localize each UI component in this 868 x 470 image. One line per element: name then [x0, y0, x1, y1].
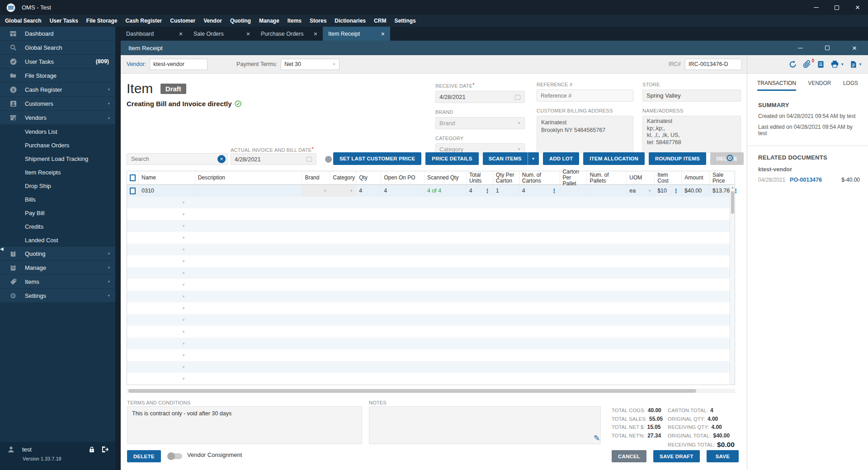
- price-details-button[interactable]: PRICE DETAILS: [425, 152, 478, 165]
- sidebar-item-settings[interactable]: ⚙ Settings ▾: [0, 289, 115, 302]
- table-row-empty[interactable]: ▼: [127, 291, 735, 302]
- cell-qty-per-carton[interactable]: 1: [493, 185, 519, 197]
- menu-settings[interactable]: Settings: [390, 15, 420, 27]
- menu-manage[interactable]: Manage: [255, 15, 283, 27]
- lock-icon[interactable]: [89, 446, 95, 453]
- roundup-items-button[interactable]: ROUNDUP ITEMS: [649, 152, 706, 165]
- item-select-caret-icon[interactable]: ▼: [182, 365, 185, 369]
- sidebar-item-drop-ship[interactable]: Drop Ship: [0, 179, 115, 193]
- table-vertical-scrollbar[interactable]: ▲: [730, 185, 735, 385]
- sidebar-item-file-storage[interactable]: File Storage: [0, 69, 115, 82]
- mdi-minimize-button[interactable]: [787, 41, 814, 55]
- kebab-menu-icon[interactable]: ⋮: [673, 188, 679, 194]
- export-document-icon[interactable]: ▼: [850, 60, 862, 69]
- receipt-list-icon[interactable]: [817, 60, 825, 69]
- set-last-customer-price-button[interactable]: SET LAST CUSTOMER PRICE: [333, 152, 421, 165]
- table-row-empty[interactable]: ▼: [127, 302, 735, 314]
- tab-transaction[interactable]: TRANSACTION: [757, 80, 796, 91]
- related-document-link[interactable]: PO-0013476: [790, 177, 822, 183]
- scrollbar-thumb[interactable]: [731, 191, 734, 214]
- mdi-close-button[interactable]: ×: [841, 41, 868, 55]
- sidebar-item-item-receipts[interactable]: Item Receipts: [0, 165, 115, 179]
- sidebar-item-manage[interactable]: Manage ▾: [0, 261, 115, 274]
- tab-close-icon[interactable]: ×: [314, 30, 317, 38]
- tab-close-icon[interactable]: ×: [246, 30, 250, 38]
- notes-textarea[interactable]: [369, 406, 601, 444]
- item-select-caret-icon[interactable]: ▼: [182, 271, 185, 275]
- vendor-consignment-toggle[interactable]: [168, 453, 182, 459]
- tab-vendor[interactable]: VENDOR: [808, 80, 831, 91]
- brand-select[interactable]: Brand ▼: [435, 117, 525, 129]
- item-select-caret-icon[interactable]: ▼: [182, 259, 185, 263]
- item-select-caret-icon[interactable]: ▼: [182, 212, 185, 216]
- item-select-caret-icon[interactable]: ▼: [182, 330, 185, 334]
- menu-stores[interactable]: Stores: [306, 15, 330, 27]
- cell-uom-select[interactable]: ea▼: [627, 185, 655, 197]
- item-select-caret-icon[interactable]: ▼: [182, 283, 185, 287]
- item-select-caret-icon[interactable]: ▼: [182, 236, 185, 240]
- table-row-empty[interactable]: ▼: [127, 314, 735, 326]
- cell-total-units[interactable]: 4⋮: [467, 185, 493, 197]
- window-minimize-button[interactable]: [806, 0, 826, 15]
- item-select-caret-icon[interactable]: ▼: [182, 224, 185, 228]
- table-row-empty[interactable]: ▼: [127, 267, 735, 279]
- search-input[interactable]: [127, 153, 228, 165]
- item-allocation-button[interactable]: ITEM ALLOCATION: [583, 152, 645, 165]
- sidebar-item-dashboard[interactable]: Dashboard: [0, 27, 115, 40]
- row-checkbox[interactable]: [130, 188, 136, 194]
- menu-user-tasks[interactable]: User Tasks: [46, 15, 82, 27]
- sidebar-item-items[interactable]: Items ▾: [0, 275, 115, 288]
- cell-num-of-cartons[interactable]: 4⋮: [519, 185, 560, 197]
- item-select-caret-icon[interactable]: ▼: [182, 248, 185, 252]
- menu-items[interactable]: Items: [283, 15, 306, 27]
- item-select-caret-icon[interactable]: ▼: [182, 295, 185, 299]
- item-select-caret-icon[interactable]: ▼: [182, 353, 185, 357]
- sidebar-item-vendors-list[interactable]: Vendors List: [0, 125, 115, 138]
- table-row[interactable]: 0310 ▼ ▼ 4 4 4 of 4 4⋮ 1 4⋮ ea▼ $10⋮ $40…: [127, 185, 735, 197]
- menu-vendor[interactable]: Vendor: [199, 15, 226, 27]
- window-close-button[interactable]: ×: [847, 0, 868, 15]
- table-row-empty[interactable]: ▼: [127, 232, 735, 244]
- menu-cash-register[interactable]: Cash Register: [122, 15, 166, 27]
- scroll-up-icon[interactable]: ▲: [731, 186, 734, 189]
- item-select-caret-icon[interactable]: ▼: [182, 342, 185, 346]
- add-lot-button[interactable]: ADD LOT: [543, 152, 580, 165]
- menu-crm[interactable]: CRM: [370, 15, 390, 27]
- sidebar-item-global-search[interactable]: Global Search: [0, 41, 115, 54]
- table-row-empty[interactable]: ▼: [127, 220, 735, 232]
- item-select-caret-icon[interactable]: ▼: [182, 201, 185, 205]
- table-row-empty[interactable]: ▼: [127, 208, 735, 220]
- sidebar-collapse-icon[interactable]: ◀: [0, 246, 4, 251]
- cell-item-cost[interactable]: $10⋮: [655, 185, 682, 197]
- table-row-empty[interactable]: ▼: [127, 338, 735, 349]
- sidebar-item-credits[interactable]: Credits: [0, 220, 115, 233]
- edit-pencil-icon[interactable]: ✎: [594, 433, 600, 443]
- receive-date-input[interactable]: 4/28/2021: [435, 91, 525, 103]
- delete-button[interactable]: DELETE: [127, 450, 161, 462]
- reference-input[interactable]: [537, 89, 633, 102]
- table-row-empty[interactable]: ▼: [127, 255, 735, 267]
- cell-category-select[interactable]: ▼: [330, 185, 356, 197]
- tab-sale-orders[interactable]: Sale Orders ×: [188, 27, 255, 41]
- sidebar-item-vendors[interactable]: Vendors ▴: [0, 111, 115, 124]
- save-button[interactable]: SAVE: [707, 450, 739, 462]
- sidebar-item-shipment-load-tracking[interactable]: Shipment Load Tracking: [0, 152, 115, 165]
- menu-file-storage[interactable]: File Storage: [82, 15, 122, 27]
- sidebar-item-customers[interactable]: Customers ▾: [0, 97, 115, 110]
- tab-logs[interactable]: LOGS: [843, 80, 858, 91]
- select-all-checkbox[interactable]: [130, 174, 136, 181]
- print-icon[interactable]: ▼: [830, 60, 844, 68]
- menu-customer[interactable]: Customer: [166, 15, 199, 27]
- tab-close-icon[interactable]: ×: [179, 30, 183, 38]
- sidebar-item-purchase-orders[interactable]: Purchase Orders: [0, 138, 115, 152]
- sidebar-item-bills[interactable]: Bills: [0, 193, 115, 206]
- cell-name[interactable]: 0310: [139, 185, 195, 197]
- sidebar-item-landed-cost[interactable]: Landed Cost: [0, 233, 115, 247]
- store-input[interactable]: Spring Valley: [642, 89, 741, 102]
- mdi-restore-button[interactable]: [814, 41, 841, 55]
- irc-number-input[interactable]: [685, 59, 742, 70]
- tab-item-receipt[interactable]: Item Receipt ×: [323, 27, 390, 41]
- cancel-button[interactable]: CANCEL: [612, 450, 646, 462]
- row-expand-toggle[interactable]: [325, 156, 332, 163]
- table-horizontal-scrollbar[interactable]: [127, 389, 735, 393]
